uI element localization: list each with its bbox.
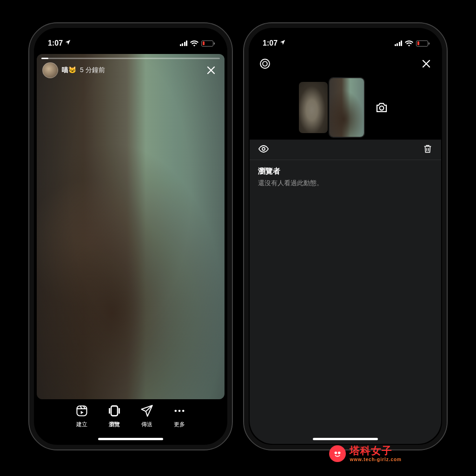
watermark-url: www.tech-girlz.com — [350, 457, 402, 462]
story-thumb[interactable] — [299, 82, 328, 133]
location-arrow-icon — [279, 39, 286, 47]
home-indicator[interactable] — [98, 438, 163, 440]
svg-point-7 — [380, 106, 384, 110]
story-progress — [41, 58, 220, 59]
watermark-brand: 塔科女子 — [350, 446, 402, 456]
svg-point-9 — [335, 451, 337, 454]
story-thumbnails — [250, 75, 441, 140]
watermark-logo-icon — [329, 445, 346, 462]
close-story-button[interactable] — [203, 62, 219, 78]
story-username[interactable]: 喵🐱 — [62, 66, 76, 74]
svg-point-8 — [262, 147, 265, 150]
story-time: 5 分鐘前 — [80, 66, 105, 74]
svg-point-10 — [338, 451, 341, 454]
footer-browse-button[interactable]: 瀏覽 — [107, 404, 121, 429]
story-footer: 建立 瀏覽 傳送 更多 — [35, 399, 226, 444]
footer-send-label: 傳送 — [141, 421, 152, 429]
battery-icon — [201, 40, 213, 47]
footer-more-button[interactable]: 更多 — [172, 404, 186, 429]
settings-button[interactable] — [259, 58, 271, 72]
svg-point-2 — [175, 410, 177, 412]
phone-left: 1:07 喵🐱 — [28, 22, 233, 450]
cellular-signal-icon — [180, 40, 188, 46]
svg-point-4 — [182, 410, 185, 412]
close-button[interactable] — [421, 58, 432, 71]
clock: 1:07 — [48, 39, 63, 47]
cellular-signal-icon — [395, 40, 403, 46]
status-bar: 1:07 — [250, 29, 441, 54]
delete-story-button[interactable] — [423, 144, 433, 156]
more-icon — [172, 404, 186, 418]
add-story-camera-button[interactable] — [371, 97, 392, 118]
wifi-icon — [405, 40, 413, 47]
reels-create-icon — [75, 404, 89, 418]
viewers-title: 瀏覽者 — [258, 167, 433, 176]
footer-create-button[interactable]: 建立 — [75, 404, 89, 429]
clock: 1:07 — [263, 39, 278, 47]
viewers-eye-button[interactable] — [258, 143, 269, 156]
battery-icon — [416, 40, 428, 47]
avatar[interactable] — [42, 62, 58, 78]
viewers-panel: 瀏覽者 還沒有人看過此動態。 — [250, 140, 441, 444]
home-indicator[interactable] — [313, 438, 378, 440]
footer-browse-label: 瀏覽 — [109, 421, 120, 429]
wifi-icon — [190, 40, 198, 47]
phone-right: 1:07 — [243, 22, 448, 450]
svg-point-5 — [260, 59, 270, 68]
paper-plane-icon — [140, 404, 154, 418]
watermark: 塔科女子 www.tech-girlz.com — [329, 445, 402, 462]
footer-send-button[interactable]: 傳送 — [140, 404, 154, 429]
footer-more-label: 更多 — [174, 421, 185, 429]
svg-point-3 — [178, 410, 181, 412]
svg-rect-0 — [77, 406, 87, 416]
footer-create-label: 建立 — [76, 421, 87, 429]
stack-icon — [107, 404, 121, 418]
story-media[interactable]: 喵🐱 5 分鐘前 — [37, 54, 225, 399]
viewers-empty-text: 還沒有人看過此動態。 — [258, 179, 433, 188]
story-thumb-selected[interactable] — [330, 78, 364, 137]
location-arrow-icon — [65, 39, 71, 47]
svg-point-6 — [263, 61, 267, 66]
svg-rect-1 — [111, 406, 118, 416]
status-bar: 1:07 — [35, 29, 226, 54]
